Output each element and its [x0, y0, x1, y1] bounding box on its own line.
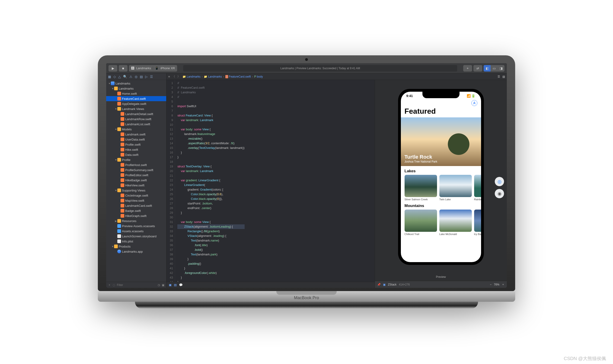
- tree-item[interactable]: Hike.swift: [106, 147, 166, 152]
- tree-item[interactable]: Profile.swift: [106, 142, 166, 147]
- landmark-card[interactable]: Twin Lake: [439, 175, 472, 201]
- test-tab[interactable]: ◎: [135, 75, 138, 78]
- stop-button[interactable]: ■: [119, 65, 127, 72]
- tree-item[interactable]: CircleImage.swift: [106, 193, 166, 198]
- tree-item[interactable]: UserData.swift: [106, 137, 166, 142]
- variables-button[interactable]: ▤: [174, 283, 177, 287]
- debug-hide-button[interactable]: ▣: [169, 283, 172, 287]
- debug-bar: ▣ ▤ 💬: [167, 282, 375, 288]
- navigator: ▦ ◇ △ 🔍 ⚠ ◎ ▤ ▷ ☰ ▼Landmarks▼LandmarksHo…: [106, 73, 167, 288]
- tree-item[interactable]: LaunchScreen.storyboard: [106, 234, 166, 239]
- tree-item[interactable]: HikeBadge.swift: [106, 178, 166, 183]
- scheme-app: Landmarks: [136, 66, 151, 70]
- toggle-navigator[interactable]: ◧: [484, 65, 491, 72]
- live-preview-button[interactable]: ◎: [495, 177, 504, 186]
- tree-item[interactable]: ▼Models: [106, 127, 166, 132]
- tree-item[interactable]: ▶Resources: [106, 218, 166, 223]
- hero-card[interactable]: Turtle Rock Joshua Tree National Park: [401, 117, 481, 166]
- macbook-frame: ▶ ■ 🅰Landmarks 📱iPhone XR Landmarks | Pr…: [98, 55, 515, 309]
- jump-bar: ⌗ 〈 〉 📁 Landmarks › 📁 Landmarks › S Feat…: [167, 73, 507, 80]
- app-preview: 9:41 📶 🔋 Featured: [401, 92, 481, 262]
- report-tab[interactable]: ☰: [150, 75, 153, 78]
- landmark-card[interactable]: Chilkoot Trail: [404, 209, 437, 235]
- line-gutter: 1234567891011121314151617181920212223242…: [167, 80, 175, 282]
- macbook-base: MacBook Pro: [98, 291, 515, 302]
- filter-icon[interactable]: ◌: [113, 283, 115, 287]
- related-items-button[interactable]: ⌗: [168, 75, 170, 78]
- zoom-in-button[interactable]: ＋: [502, 283, 504, 286]
- symbol-tab[interactable]: △: [118, 75, 121, 78]
- tree-item[interactable]: Info.plist: [106, 239, 166, 244]
- tree-item[interactable]: HikeGraph.swift: [106, 213, 166, 218]
- tree-item[interactable]: LandmarkCard.swift: [106, 203, 166, 208]
- preview-dimensions: 414×276: [399, 283, 410, 286]
- tree-item[interactable]: Badge.swift: [106, 208, 166, 213]
- tree-item[interactable]: HikeView.swift: [106, 183, 166, 188]
- landmark-card[interactable]: Silver Salmon Creek: [404, 175, 437, 201]
- nav-back-button[interactable]: 〈: [172, 75, 175, 78]
- issue-tab[interactable]: ⚠: [129, 75, 132, 78]
- tree-item[interactable]: MapView.swift: [106, 198, 166, 203]
- tree-item[interactable]: ProfileEditor.swift: [106, 172, 166, 178]
- run-button[interactable]: ▶: [109, 65, 117, 72]
- editor-options-button[interactable]: ☰: [498, 75, 500, 78]
- tree-item[interactable]: ▼Supporting Views: [106, 188, 166, 193]
- breakpoint-tab[interactable]: ▷: [145, 75, 148, 78]
- tree-item[interactable]: LandmarkRow.swift: [106, 117, 166, 122]
- toggle-inspectors[interactable]: ◨: [498, 65, 504, 72]
- preview-canvas: 9:41 📶 🔋 Featured: [375, 80, 507, 288]
- code-body[interactable]: //// FeatureCard.swift// Landmarks// imp…: [175, 80, 247, 282]
- preview-view-name: ZStack: [388, 283, 396, 286]
- section-header: Mountains: [401, 201, 481, 209]
- pin-preview-button[interactable]: 📌: [377, 283, 381, 286]
- camera-dot: [305, 58, 308, 61]
- tree-item[interactable]: Landmark.swift: [106, 132, 166, 137]
- scheme-device: iPhone XR: [160, 66, 175, 70]
- recent-filter-button[interactable]: ◷: [158, 283, 160, 287]
- add-editor-button[interactable]: ▤: [502, 75, 505, 78]
- tree-item[interactable]: Home.swift: [106, 91, 166, 96]
- landmark-card[interactable]: Lake McDonald: [439, 209, 472, 235]
- tree-item[interactable]: FeatureCard.swift: [106, 96, 166, 101]
- code-review-button[interactable]: ⇄: [474, 65, 482, 72]
- tree-item[interactable]: ▼Landmarks: [106, 81, 166, 86]
- find-tab[interactable]: 🔍: [123, 75, 127, 78]
- tree-item[interactable]: LandmarkList.swift: [106, 122, 166, 127]
- status-time: 9:41: [406, 94, 413, 98]
- landmark-card[interactable]: Rainbow L: [474, 175, 481, 201]
- scm-filter-button[interactable]: ▣: [162, 283, 164, 287]
- tree-item[interactable]: ▼Profile: [106, 157, 166, 162]
- breadcrumb[interactable]: 📁 Landmarks › 📁 Landmarks › S FeatureCar…: [182, 75, 263, 78]
- filter-input[interactable]: [117, 283, 156, 287]
- tree-item[interactable]: Landmarks.app: [106, 249, 166, 254]
- tree-item[interactable]: ▼Landmark Views: [106, 106, 166, 111]
- tree-item[interactable]: AppDelegate.swift: [106, 101, 166, 106]
- tree-item[interactable]: LandmarkDetail.swift: [106, 111, 166, 117]
- toggle-debug-area[interactable]: ▭: [491, 65, 498, 72]
- tree-item[interactable]: Preview Assets.xcassets: [106, 223, 166, 229]
- preview-on-device-button[interactable]: ◉: [495, 189, 504, 198]
- landmark-card[interactable]: Icy Bay: [474, 209, 481, 235]
- tree-item[interactable]: ProfileHost.swift: [106, 162, 166, 168]
- tree-item[interactable]: Data.swift: [106, 152, 166, 157]
- tree-item[interactable]: ▼Products: [106, 244, 166, 249]
- profile-button[interactable]: [471, 100, 477, 106]
- project-navigator-tab[interactable]: ▦: [108, 75, 111, 78]
- library-button[interactable]: ＋: [463, 65, 472, 72]
- tree-item[interactable]: ProfileSummary.swift: [106, 168, 166, 172]
- zoom-out-button[interactable]: −: [490, 283, 491, 286]
- source-control-tab[interactable]: ◇: [113, 75, 116, 78]
- source-editor[interactable]: 1234567891011121314151617181920212223242…: [167, 80, 375, 282]
- nav-forward-button[interactable]: 〉: [177, 75, 180, 78]
- navigator-footer: ＋ ◌ ◷ ▣: [106, 282, 166, 288]
- add-file-button[interactable]: ＋: [108, 283, 111, 287]
- scheme-selector[interactable]: 🅰Landmarks 📱iPhone XR: [129, 65, 177, 72]
- page-title: Featured: [401, 107, 481, 117]
- panel-toggle-group: ◧ ▭ ◨: [484, 65, 504, 72]
- hero-subtitle: Joshua Tree National Park: [404, 160, 437, 163]
- tree-item[interactable]: Assets.xcassets: [106, 229, 166, 234]
- hero-title: Turtle Rock: [404, 154, 437, 160]
- console-button[interactable]: 💬: [179, 283, 183, 287]
- tree-item[interactable]: ▼Landmarks: [106, 86, 166, 91]
- debug-tab[interactable]: ▤: [140, 75, 143, 78]
